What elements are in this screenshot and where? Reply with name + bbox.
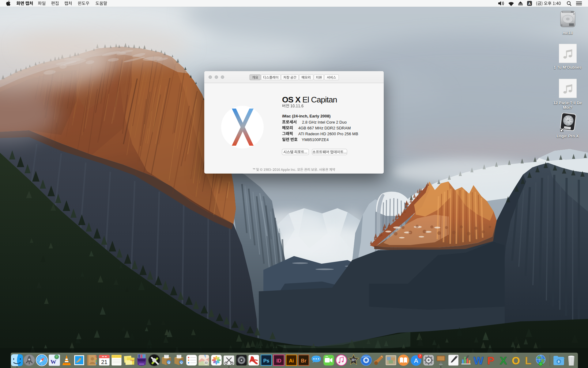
svg-text:2.8 GHz Intel Core 2 Duo: 2.8 GHz Intel Core 2 Duo xyxy=(302,120,347,125)
svg-text:Ps: Ps xyxy=(263,358,270,363)
svg-text:X: X xyxy=(500,355,507,366)
svg-text:21: 21 xyxy=(101,359,107,365)
svg-text:ID: ID xyxy=(276,358,281,363)
svg-text:A: A xyxy=(528,2,531,6)
svg-text:Q: Q xyxy=(180,361,183,364)
svg-text:W: W xyxy=(473,355,484,366)
svg-text:Br: Br xyxy=(301,358,307,363)
svg-text:iMac (24-inch, Early 2008): iMac (24-inch, Early 2008) xyxy=(282,114,330,118)
svg-text:Q: Q xyxy=(168,361,170,364)
svg-text:P: P xyxy=(487,355,494,366)
svg-text:L: L xyxy=(525,355,531,366)
svg-text:4GB 667 MHz DDR2 SDRAM: 4GB 667 MHz DDR2 SDRAM xyxy=(298,126,351,130)
svg-text:3D: 3D xyxy=(205,361,208,364)
svg-text:YM85100PZE4: YM85100PZE4 xyxy=(302,137,329,142)
svg-text:Ai: Ai xyxy=(289,358,294,363)
svg-text:Right: Right xyxy=(130,359,134,362)
svg-text:w: w xyxy=(51,357,56,366)
svg-text:7: 7 xyxy=(419,354,421,358)
svg-text:OS X El Capitan: OS X El Capitan xyxy=(282,95,337,104)
svg-text:O: O xyxy=(512,355,520,366)
svg-text:A: A xyxy=(414,357,418,364)
svg-text:ATI Radeon HD 2600 Pro 256 MB: ATI Radeon HD 2600 Pro 256 MB xyxy=(298,132,358,136)
